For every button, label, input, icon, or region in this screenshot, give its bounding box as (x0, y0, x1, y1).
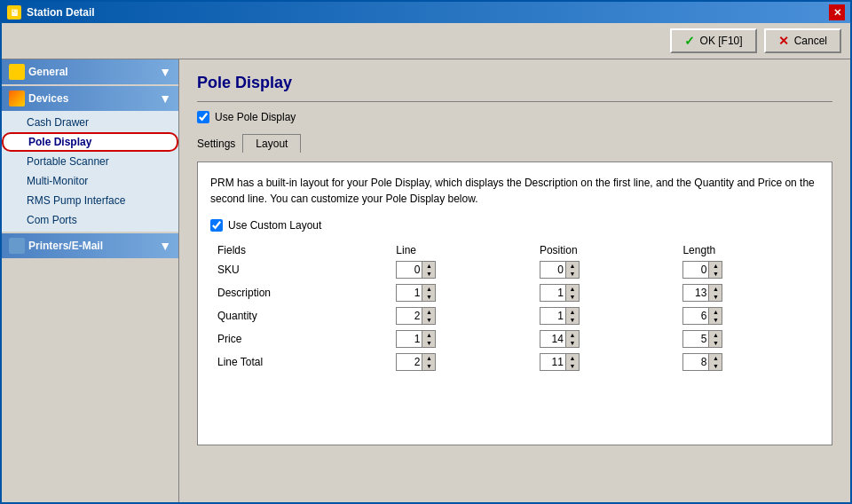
field-length: ▲▼ (675, 304, 819, 327)
spin-line-0: ▲▼ (396, 261, 436, 279)
sidebar-section-devices: Devices ▼ Cash Drawer Pole Display Porta… (2, 86, 178, 232)
spin-line-1: ▲▼ (396, 284, 436, 302)
field-position: ▲▼ (532, 258, 676, 281)
title-divider (197, 101, 832, 102)
spin-input-position-3[interactable] (540, 331, 565, 347)
col-header-fields: Fields (210, 242, 389, 258)
sidebar-header-general-left: General (9, 64, 68, 80)
window-title: Station Detail (27, 6, 95, 19)
spin-up-line-0[interactable]: ▲ (422, 262, 435, 270)
sidebar: General ▼ Devices ▼ Cash Drawer Pole Dis… (2, 59, 179, 502)
spin-down-line-2[interactable]: ▼ (422, 316, 435, 324)
table-row: SKU▲▼▲▼▲▼ (210, 258, 819, 281)
spin-up-line-4[interactable]: ▲ (422, 354, 435, 362)
ok-button[interactable]: ✓ OK [F10] (670, 28, 757, 53)
spin-input-position-1[interactable] (540, 285, 565, 301)
table-row: Description▲▼▲▼▲▼ (210, 281, 819, 304)
spin-input-position-0[interactable] (540, 262, 565, 278)
spin-input-length-4[interactable] (683, 354, 708, 370)
spin-down-line-3[interactable]: ▼ (422, 339, 435, 347)
devices-chevron-icon: ▼ (159, 91, 171, 106)
title-bar: 🖥 Station Detail ✕ (2, 2, 850, 23)
spin-input-line-2[interactable] (397, 308, 422, 324)
sidebar-item-rms-pump[interactable]: RMS Pump Interface (2, 191, 178, 210)
field-length: ▲▼ (675, 281, 819, 304)
title-bar-left: 🖥 Station Detail (7, 5, 95, 20)
use-custom-layout-checkbox[interactable] (210, 219, 223, 232)
field-position: ▲▼ (532, 327, 676, 350)
spin-up-position-2[interactable]: ▲ (566, 308, 579, 316)
spin-down-line-1[interactable]: ▼ (422, 293, 435, 301)
spin-up-position-3[interactable]: ▲ (566, 331, 579, 339)
sidebar-devices-items: Cash Drawer Pole Display Portable Scanne… (2, 111, 178, 232)
fields-table: Fields Line Position Length SKU▲▼▲▼▲▼Des… (210, 242, 819, 374)
spin-down-line-4[interactable]: ▼ (422, 362, 435, 370)
ok-label: OK [F10] (700, 35, 743, 47)
spin-down-length-3[interactable]: ▼ (709, 339, 722, 347)
spin-down-position-1[interactable]: ▼ (566, 293, 579, 301)
tab-layout-button[interactable]: Layout (242, 134, 301, 153)
spin-input-position-4[interactable] (540, 354, 565, 370)
field-name: Price (210, 327, 389, 350)
cancel-label: Cancel (794, 35, 827, 47)
spin-down-position-3[interactable]: ▼ (566, 339, 579, 347)
spin-position-2: ▲▼ (540, 307, 580, 325)
spin-up-position-4[interactable]: ▲ (566, 354, 579, 362)
window-close-button[interactable]: ✕ (829, 4, 845, 20)
field-length: ▲▼ (675, 327, 819, 350)
use-pole-display-checkbox[interactable] (197, 111, 209, 123)
settings-label: Settings (197, 138, 235, 150)
spin-length-3: ▲▼ (682, 330, 722, 348)
sidebar-section-printers: Printers/E-Mail ▼ (2, 233, 178, 258)
spin-down-length-0[interactable]: ▼ (709, 270, 722, 278)
sidebar-header-devices[interactable]: Devices ▼ (2, 86, 178, 111)
sidebar-section-general: General ▼ (2, 59, 178, 84)
spin-up-length-1[interactable]: ▲ (709, 285, 722, 293)
col-header-length: Length (675, 242, 819, 258)
use-pole-display-row: Use Pole Display (197, 111, 832, 123)
spin-input-line-1[interactable] (397, 285, 422, 301)
spin-up-line-2[interactable]: ▲ (422, 308, 435, 316)
spin-input-length-1[interactable] (683, 285, 708, 301)
spin-up-position-1[interactable]: ▲ (566, 285, 579, 293)
settings-row: Settings Layout (197, 134, 832, 153)
sidebar-general-label: General (28, 66, 68, 78)
spin-down-position-4[interactable]: ▼ (566, 362, 579, 370)
spin-up-length-2[interactable]: ▲ (709, 308, 722, 316)
page-title: Pole Display (197, 74, 832, 92)
spin-down-length-4[interactable]: ▼ (709, 362, 722, 370)
sidebar-item-portable-scanner[interactable]: Portable Scanner (2, 152, 178, 171)
spin-input-position-2[interactable] (540, 308, 565, 324)
spin-up-line-3[interactable]: ▲ (422, 331, 435, 339)
sidebar-item-com-ports[interactable]: Com Ports (2, 210, 178, 230)
col-header-line: Line (389, 242, 532, 258)
spin-up-length-3[interactable]: ▲ (709, 331, 722, 339)
spin-up-length-0[interactable]: ▲ (709, 262, 722, 270)
sidebar-devices-label: Devices (28, 92, 68, 105)
sidebar-header-printers[interactable]: Printers/E-Mail ▼ (2, 233, 178, 258)
spin-up-length-4[interactable]: ▲ (709, 354, 722, 362)
spin-up-line-1[interactable]: ▲ (422, 285, 435, 293)
sidebar-header-general[interactable]: General ▼ (2, 59, 178, 84)
devices-icon (9, 91, 25, 106)
spin-input-line-3[interactable] (397, 331, 422, 347)
sidebar-item-pole-display[interactable]: Pole Display (2, 132, 178, 152)
spin-input-length-0[interactable] (683, 262, 708, 278)
spin-input-line-4[interactable] (397, 354, 422, 370)
table-row: Price▲▼▲▼▲▼ (210, 327, 819, 350)
use-custom-layout-label: Use Custom Layout (228, 219, 321, 232)
spin-up-position-0[interactable]: ▲ (566, 262, 579, 270)
spin-input-length-2[interactable] (683, 308, 708, 324)
spin-down-position-0[interactable]: ▼ (566, 270, 579, 278)
spin-input-line-0[interactable] (397, 262, 422, 278)
spin-down-length-1[interactable]: ▼ (709, 293, 722, 301)
sidebar-item-multi-monitor[interactable]: Multi-Monitor (2, 171, 178, 191)
field-name: Line Total (210, 350, 389, 374)
spin-down-length-2[interactable]: ▼ (709, 316, 722, 324)
sidebar-item-cash-drawer[interactable]: Cash Drawer (2, 113, 178, 132)
cancel-button[interactable]: ✕ Cancel (764, 28, 841, 53)
spin-down-position-2[interactable]: ▼ (566, 316, 579, 324)
spin-input-length-3[interactable] (683, 331, 708, 347)
spin-length-2: ▲▼ (682, 307, 722, 325)
spin-down-line-0[interactable]: ▼ (422, 270, 435, 278)
